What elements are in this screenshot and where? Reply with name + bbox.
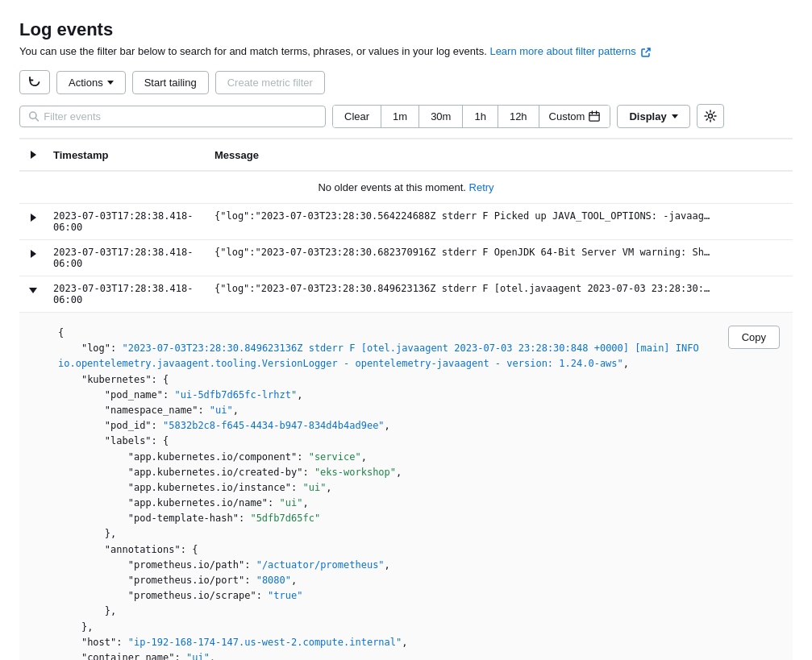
table-row: 2023-07-03T17:28:38.418-06:00 {"log":"20… — [19, 204, 793, 240]
col-message-header: Message — [208, 139, 793, 172]
settings-button[interactable] — [697, 104, 724, 128]
table-row: 2023-07-03T17:28:38.418-06:00 {"log":"20… — [19, 240, 793, 276]
time-filter-group: Clear 1m 30m 1h 12h Custom — [332, 105, 610, 128]
log-table: Timestamp Message No older events at thi… — [19, 139, 793, 660]
display-label: Display — [629, 110, 666, 122]
search-icon — [28, 110, 39, 122]
no-events-row: No older events at this moment. Retry — [19, 171, 793, 204]
actions-label: Actions — [69, 77, 103, 89]
time-12h-button[interactable]: 12h — [498, 106, 539, 127]
expanded-cell: { "log": "2023-07-03T23:28:30.849623136Z… — [19, 313, 793, 661]
no-events-text: No older events at this moment. — [318, 181, 466, 193]
row3-expand-button[interactable] — [26, 283, 40, 297]
row2-expand-cell — [19, 240, 47, 276]
page-description: You can use the filter bar below to sear… — [19, 45, 793, 57]
row1-expand-icon — [31, 214, 36, 222]
calendar-icon — [589, 110, 600, 122]
expanded-content-row: { "log": "2023-07-03T23:28:30.849623136Z… — [19, 313, 793, 661]
svg-line-1 — [35, 118, 38, 120]
filter-input-wrap — [19, 106, 326, 127]
row2-message: {"log":"2023-07-03T23:28:30.682370916Z s… — [208, 240, 793, 276]
expanded-json: { "log": "2023-07-03T23:28:30.849623136Z… — [19, 313, 793, 660]
external-link-icon — [641, 48, 651, 57]
start-tailing-button[interactable]: Start tailing — [132, 71, 209, 94]
table-header-row: Timestamp Message — [19, 139, 793, 172]
row2-expand-button[interactable] — [26, 247, 40, 261]
expanded-content: { "log": "2023-07-03T23:28:30.849623136Z… — [19, 313, 793, 660]
create-metric-filter-label: Create metric filter — [227, 77, 313, 89]
page-container: Log events You can use the filter bar be… — [0, 0, 812, 660]
filter-bar: Clear 1m 30m 1h 12h Custom Display — [19, 104, 793, 139]
time-custom-button[interactable]: Custom — [539, 106, 610, 127]
retry-link[interactable]: Retry — [469, 181, 494, 193]
time-1h-button[interactable]: 1h — [463, 106, 498, 127]
description-text: You can use the filter bar below to sear… — [19, 45, 487, 57]
create-metric-filter-button[interactable]: Create metric filter — [215, 71, 325, 94]
refresh-button[interactable] — [19, 70, 50, 94]
gear-icon — [704, 110, 717, 122]
copy-button[interactable]: Copy — [728, 326, 780, 349]
col-timestamp-header: Timestamp — [47, 139, 208, 172]
row3-expand-icon — [29, 288, 37, 293]
row1-expand-cell — [19, 204, 47, 240]
time-1m-button[interactable]: 1m — [381, 106, 419, 127]
table-row: 2023-07-03T17:28:38.418-06:00 {"log":"20… — [19, 276, 793, 313]
row3-expand-cell — [19, 276, 47, 313]
expand-all-button[interactable] — [26, 147, 40, 162]
row3-timestamp: 2023-07-03T17:28:38.418-06:00 — [47, 276, 208, 313]
row1-timestamp: 2023-07-03T17:28:38.418-06:00 — [47, 204, 208, 240]
col-expand — [19, 139, 47, 172]
row2-expand-icon — [31, 250, 36, 258]
display-chevron-icon — [672, 114, 678, 118]
actions-button[interactable]: Actions — [56, 71, 126, 94]
row1-message: {"log":"2023-07-03T23:28:30.564224688Z s… — [208, 204, 793, 240]
actions-chevron-icon — [107, 81, 114, 85]
display-button[interactable]: Display — [617, 105, 689, 128]
row2-timestamp: 2023-07-03T17:28:38.418-06:00 — [47, 240, 208, 276]
time-clear-button[interactable]: Clear — [333, 106, 381, 127]
time-custom-label: Custom — [549, 110, 585, 122]
toolbar: Actions Start tailing Create metric filt… — [19, 70, 793, 94]
filter-input[interactable] — [44, 110, 317, 122]
svg-rect-2 — [589, 113, 599, 122]
expand-all-icon — [31, 151, 36, 159]
svg-point-6 — [708, 114, 712, 118]
start-tailing-label: Start tailing — [144, 77, 197, 89]
refresh-icon — [28, 76, 41, 89]
learn-more-link[interactable]: Learn more about filter patterns — [489, 45, 635, 57]
time-30m-button[interactable]: 30m — [419, 106, 463, 127]
row1-expand-button[interactable] — [26, 210, 40, 225]
page-title: Log events — [19, 19, 793, 40]
row3-message: {"log":"2023-07-03T23:28:30.849623136Z s… — [208, 276, 793, 313]
